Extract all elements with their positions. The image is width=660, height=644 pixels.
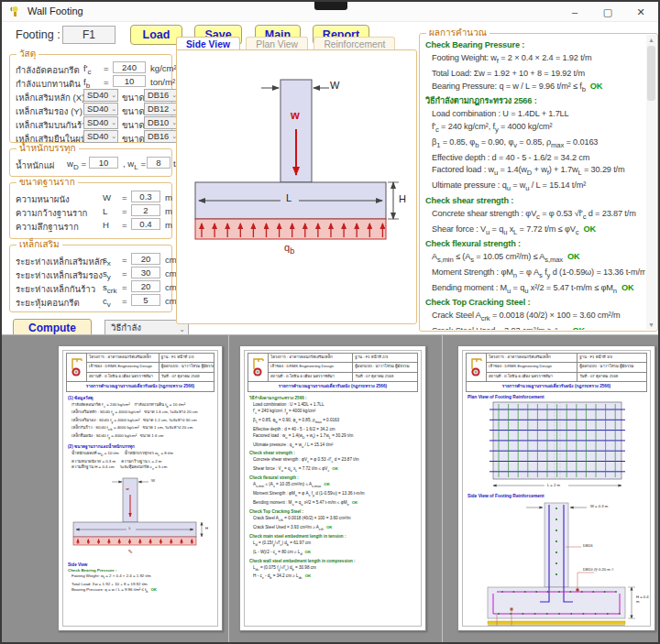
rebar-input[interactable]: 5 xyxy=(131,294,160,306)
report-line: Bending moment : Mu = qu x²/2 = 5.47 t-m… xyxy=(248,499,418,508)
page2-lines: วิธีกำลังตามกฎกระทรวง 2566 :Load combina… xyxy=(248,395,418,583)
report-line: (L - W)/2 - cv = 80 cm ≥ LdOK xyxy=(248,549,418,558)
result-line: Effective depth : d = 40 - 5 - 1.6/2 = 3… xyxy=(424,152,645,165)
close-button[interactable]: ✕ xyxy=(625,2,656,22)
section3-lines: Check Bearing Pressure :Footing Weight: … xyxy=(66,568,214,595)
dim-symbol: W xyxy=(103,192,111,202)
report-location: สถานที่ : ถ.โยธิน อ.เมือง นครราชสีมา xyxy=(269,373,353,381)
mini-dim-h: H xyxy=(205,526,208,530)
screen-notch xyxy=(314,2,347,10)
wl-input[interactable]: 8 xyxy=(147,157,170,169)
mini-load-w: w xyxy=(126,486,129,491)
rebar-group: เหล็กเสริม ระยะห่างเหล็กเสริมหลัก sx = 2… xyxy=(9,245,172,312)
mini-dim-l: L xyxy=(129,526,131,530)
mini-pressure-qb: qb xyxy=(128,548,132,554)
report-line: Check wall steel embedment length in com… xyxy=(248,558,418,564)
steel-grade-select[interactable]: SD40⌄ xyxy=(83,116,118,129)
rebar-input[interactable]: 20 xyxy=(131,280,160,292)
ok-badge: OK xyxy=(324,482,330,486)
section1-lines: กำลังอัดคอนกรีต f'c = 240 kg/cm² กำลังแบ… xyxy=(66,402,214,441)
load-button[interactable]: Load xyxy=(130,25,182,45)
rebar-equals: = xyxy=(122,255,127,265)
report-title: รายการคำนวณฐานรากแผ่เดี่ยวรับผนัง (กฎกระ… xyxy=(466,382,647,392)
rebar-row: ระยะหุ้มคอนกรีต cv = 5 cm xyxy=(16,294,168,308)
steel-size-select[interactable]: DB16⌄ xyxy=(144,89,179,102)
dim-unit: m xyxy=(165,206,172,216)
rebar-input[interactable]: 20 xyxy=(131,253,160,265)
page1-header: โครงการ : อาคารคอนกรีตเสริมเหล็ก ฐาน : F… xyxy=(66,353,214,382)
report-line: Concrete shear strength : φVc = φ 0.53 √… xyxy=(248,456,418,465)
report-location: สถานที่ : ถ.โยธิน อ.เมือง นครราชสีมา xyxy=(87,373,160,381)
maximize-button[interactable]: ▢ xyxy=(592,2,623,22)
plan-view-title: Plan View of Footing Reinforcement xyxy=(468,395,647,399)
result-line: Total Load: Σw = 1.92 + 10 + 8 = 19.92 t… xyxy=(424,68,645,81)
fc-input[interactable]: 240 xyxy=(113,61,146,73)
ok-badge: OK xyxy=(622,283,633,292)
app-window: Wall Footing – ▢ ✕ Footing : F1 Load Sav… xyxy=(0,0,660,644)
steel-grade-select[interactable]: SD40⌄ xyxy=(83,89,118,102)
scroll-up-icon[interactable]: ▲ xyxy=(646,35,656,45)
steel-row: เหล็กเสริมรอง (Y) SD40⌄ ขนาด DB12⌄ xyxy=(16,103,168,116)
result-line: Footing Weight: wf = 2 × 0.4 × 2.4 = 1.9… xyxy=(424,52,645,68)
footing-input[interactable]: F1 xyxy=(62,26,116,44)
report-page-ref: ฐาน : F1 หน้าที่ 3/3 xyxy=(578,354,646,363)
loads-legend: น้ำหนักบรรทุก xyxy=(16,143,79,154)
report-project: โครงการ : อาคารคอนกรีตเสริมเหล็ก xyxy=(269,354,353,363)
steel-size-select[interactable]: DB12⌄ xyxy=(144,103,179,115)
sv-height-label: H = 0.4 m xyxy=(636,595,651,604)
results-lines: Check Bearing Pressure : Footing Weight:… xyxy=(424,39,645,330)
dim-input[interactable]: 2 xyxy=(131,204,160,216)
wd-input[interactable]: 10 xyxy=(89,157,118,169)
ok-badge: OK xyxy=(567,252,579,261)
materials-group: วัสดุ กำลังอัดคอนกรีต f'c = 240 kg/cm² ก… xyxy=(9,54,172,143)
report-line: β1 = 0.85, φb = 0.90, φv = 0.85, ρmax = … xyxy=(248,417,418,426)
size-label: ขนาด xyxy=(122,132,145,146)
dim-unit: m xyxy=(165,192,172,202)
result-line: วิธีกำลังตามกฎกระทรวง 2566 : xyxy=(424,95,645,108)
pressure-label-qb: qb xyxy=(284,242,294,256)
dimensions-legend: ขนาดฐานราก xyxy=(16,177,78,188)
report-line: Load combination : U = 1.4DL + 1.7LL xyxy=(248,401,418,408)
minimize-button[interactable]: – xyxy=(559,2,590,22)
section2-title: (2) ขนาดฐานรากและน้ำหนักบรรทุก xyxy=(68,443,214,450)
steel-row: เหล็กเสริมหลัก (X) SD40⌄ ขนาด DB16⌄ xyxy=(16,89,168,103)
report-line: Shear force : Vu = qu xL = 7.72 t/m ≤ φV… xyxy=(248,465,418,475)
report-page-2: โครงการ : อาคารคอนกรีตเสริมเหล็ก ฐาน : F… xyxy=(239,345,426,631)
report-line: Ultimate pressure : qu = wu / L = 15.14 … xyxy=(248,442,418,451)
plan-dim-label: L = 2 m xyxy=(547,483,560,487)
footing-diagram xyxy=(177,50,416,323)
result-line: Check shear strength : xyxy=(424,195,645,208)
fb-input[interactable]: 10 xyxy=(113,75,146,87)
ok-badge: OK xyxy=(150,587,157,592)
steel-rows: เหล็กเสริมหลัก (X) SD40⌄ ขนาด DB16⌄ เหล็… xyxy=(16,89,168,144)
rebar-input[interactable]: 30 xyxy=(131,267,160,278)
pane-divider xyxy=(228,335,229,642)
report-preview-area: โครงการ : อาคารคอนกรีตเสริมเหล็ก ฐาน : F… xyxy=(2,334,658,642)
dim-input[interactable]: 0.3 xyxy=(131,191,160,202)
dimension-row: ความลึกฐานราก H = 0.4 m xyxy=(16,218,168,232)
footing-label: Footing : xyxy=(16,28,60,41)
scrollbar-thumb[interactable] xyxy=(647,46,655,101)
result-line: Crack Steel Acrk = 0.0018 (40/2) × 100 =… xyxy=(424,310,645,325)
ok-badge: OK xyxy=(332,466,338,471)
steel-grade-select[interactable]: SD40⌄ xyxy=(83,103,118,115)
side-view-title: Side View of Footing Reinforcement xyxy=(468,494,647,498)
steel-size-select[interactable]: DB10⌄ xyxy=(144,116,179,129)
report-owner: เจ้าของ : DRMK Engineering Design xyxy=(87,363,160,372)
results-scrollbar[interactable]: ▲ ▼ xyxy=(646,35,656,330)
chevron-down-icon: ⌄ xyxy=(111,117,116,129)
steel-size-select[interactable]: DB16⌄ xyxy=(144,130,179,143)
dimension-row: ความหนาผนัง W = 0.3 m xyxy=(16,191,168,204)
scroll-down-icon[interactable]: ▼ xyxy=(646,320,656,330)
report-page-3: โครงการ : อาคารคอนกรีตเสริมเหล็ก ฐาน : F… xyxy=(457,345,655,631)
report-designer: ผู้ออกแบบ : นาวาโทรม ผู้มีธรรม xyxy=(160,363,214,372)
loads-label: น้ำหนักแผ่ xyxy=(16,158,54,172)
sv-wall-width-label: W = 0.3 m xyxy=(590,504,608,508)
dimension-rows: ความหนาผนัง W = 0.3 m ความกว้างฐานราก L … xyxy=(16,191,168,232)
loads-group: น้ำหนักบรรทุก น้ำหนักแผ่ wD = 10 , wL = … xyxy=(9,148,172,177)
dim-input[interactable]: 0.4 xyxy=(131,218,160,230)
steel-grade-select[interactable]: SD40⌄ xyxy=(83,130,118,143)
pane-divider xyxy=(442,335,443,642)
sv-crack-steel-label: DB10 @ 0.20 m # xyxy=(583,567,613,572)
result-line: β1 = 0.85, φb = 0.90, φv = 0.85, ρmax = … xyxy=(424,136,645,152)
